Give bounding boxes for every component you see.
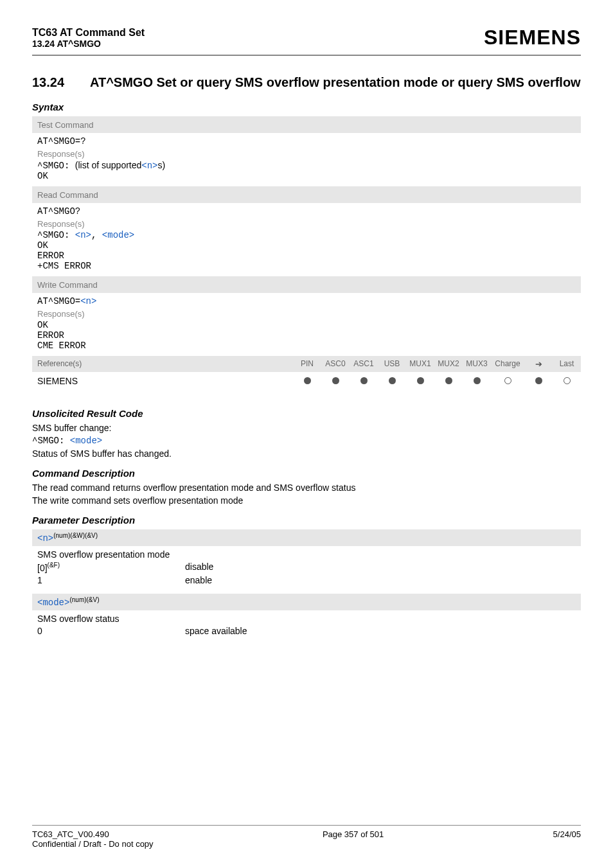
col-airplane: ➔	[524, 356, 553, 372]
param-mode-row1-k: 0	[37, 626, 185, 636]
test-command-block: Test Command AT^SMGO=? Response(s) ^SMGO…	[32, 116, 581, 186]
param-n-body: SMS overflow presentation mode [0](&F) d…	[32, 546, 581, 594]
test-resp-suffix: s)	[158, 160, 166, 170]
read-cms: +CMS ERROR	[37, 261, 576, 271]
read-resp-prefix: ^SMGO:	[37, 230, 75, 240]
dot-icon	[304, 377, 311, 384]
dot-mux3	[463, 372, 491, 390]
dot-open-icon	[504, 377, 511, 384]
page-footer: TC63_ATC_V00.490 Confidential / Draft - …	[32, 825, 581, 849]
param-n-row2-k: 1	[37, 575, 185, 585]
param-n-row2: 1 enable	[37, 575, 576, 585]
param-n-row1-k-val: [0]	[37, 563, 48, 573]
urc-line1: SMS buffer change:	[32, 423, 581, 433]
param-n-sup: (num)(&W)(&V)	[53, 532, 98, 539]
urc-param: <mode>	[70, 436, 102, 446]
cmd-desc-heading: Command Description	[32, 468, 581, 479]
col-pin: PIN	[293, 356, 321, 372]
reference-dots	[293, 372, 581, 390]
col-mux3: MUX3	[463, 356, 491, 372]
col-usb: USB	[378, 356, 406, 372]
write-cmd: AT^SMGO=<n>	[37, 296, 576, 306]
section-heading: 13.24 AT^SMGO Set or query SMS overflow …	[32, 75, 581, 90]
write-command-block: Write Command AT^SMGO=<n> Response(s) OK…	[32, 276, 581, 356]
param-mode-desc: SMS overflow status	[37, 614, 576, 624]
footer-right: 5/24/05	[553, 829, 581, 849]
page-container: TC63 AT Command Set 13.24 AT^SMGO SIEMEN…	[0, 0, 613, 868]
test-ok: OK	[37, 171, 576, 181]
col-mux1: MUX1	[406, 356, 434, 372]
param-n-head: <n>(num)(&W)(&V)	[32, 529, 581, 546]
param-mode-row1: 0 space available	[37, 626, 576, 636]
dot-icon	[417, 377, 424, 384]
write-ok: OK	[37, 320, 576, 330]
test-cmd: AT^SMGO=?	[37, 136, 576, 146]
read-err: ERROR	[37, 251, 576, 261]
write-cmd-prefix: AT^SMGO=	[37, 296, 80, 306]
param-mode-row1-v: space available	[185, 626, 576, 636]
dot-icon	[332, 377, 339, 384]
read-head: Read Command	[32, 187, 581, 203]
header-left: TC63 AT Command Set 13.24 AT^SMGO	[32, 27, 145, 49]
col-mux2: MUX2	[434, 356, 463, 372]
param-mode-sup: (num)(&V)	[69, 596, 99, 603]
test-response: ^SMGO: (list of supported<n>s)	[37, 160, 576, 171]
test-resp-param: <n>	[141, 161, 157, 171]
reference-header-row: Reference(s) PIN ASC0 ASC1 USB MUX1 MUX2…	[32, 356, 581, 372]
col-asc1: ASC1	[350, 356, 378, 372]
dot-icon	[474, 377, 481, 384]
dot-airplane	[524, 372, 553, 390]
dot-icon	[535, 377, 542, 384]
test-resp-text: (list of supported	[75, 160, 142, 170]
col-charge: Charge	[491, 356, 524, 372]
col-last: Last	[553, 356, 581, 372]
syntax-heading: Syntax	[32, 102, 581, 112]
urc-heading: Unsolicited Result Code	[32, 408, 581, 419]
section-number: 13.24	[32, 75, 90, 90]
dot-icon	[389, 377, 396, 384]
read-ok: OK	[37, 240, 576, 251]
param-n-desc: SMS overflow presentation mode	[37, 549, 576, 560]
param-n-row1-sup: (&F)	[48, 562, 60, 569]
dot-mux1	[406, 372, 434, 390]
param-mode-name: <mode>	[37, 598, 69, 608]
dot-icon	[445, 377, 452, 384]
param-desc-heading: Parameter Description	[32, 515, 581, 526]
param-n-row1: [0](&F) disable	[37, 562, 576, 573]
write-head: Write Command	[32, 277, 581, 293]
write-resp-label: Response(s)	[37, 309, 576, 319]
urc-prefix: ^SMGO:	[32, 436, 70, 446]
cmd-desc-l1: The read command returns overflow presen…	[32, 483, 581, 493]
param-mode-head: <mode>(num)(&V)	[32, 594, 581, 610]
doc-title: TC63 AT Command Set	[32, 27, 145, 39]
urc-line2: Status of SMS buffer has changed.	[32, 448, 581, 459]
param-n-row1-k: [0](&F)	[37, 562, 185, 573]
param-n-row1-v: disable	[185, 562, 576, 573]
dot-last	[553, 372, 581, 390]
dot-open-icon	[564, 377, 571, 384]
doc-subtitle: 13.24 AT^SMGO	[32, 39, 145, 49]
write-cmd-param: <n>	[80, 296, 96, 306]
cmd-desc-l2: The write command sets overflow presenta…	[32, 495, 581, 506]
reference-cols: PIN ASC0 ASC1 USB MUX1 MUX2 MUX3 Charge …	[293, 356, 581, 372]
footer-l1: TC63_ATC_V00.490	[32, 829, 154, 839]
dot-charge	[491, 372, 524, 390]
footer-l2: Confidential / Draft - Do not copy	[32, 839, 154, 849]
page-header: TC63 AT Command Set 13.24 AT^SMGO SIEMEN…	[32, 26, 581, 56]
test-resp-prefix: ^SMGO:	[37, 161, 75, 171]
read-p2: <mode>	[102, 230, 134, 240]
read-p1: <n>	[75, 230, 91, 240]
footer-left: TC63_ATC_V00.490 Confidential / Draft - …	[32, 829, 154, 849]
write-err: ERROR	[37, 330, 576, 341]
reference-value-row: SIEMENS	[32, 372, 581, 390]
read-comma: ,	[91, 230, 102, 240]
reference-label: Reference(s)	[32, 356, 293, 372]
read-command-block: Read Command AT^SMGO? Response(s) ^SMGO:…	[32, 186, 581, 276]
read-cmd: AT^SMGO?	[37, 206, 576, 217]
dot-pin	[293, 372, 321, 390]
param-mode-body: SMS overflow status 0 space available	[32, 610, 581, 644]
urc-code: ^SMGO: <mode>	[32, 436, 581, 446]
dot-mux2	[434, 372, 463, 390]
read-resp-label: Response(s)	[37, 219, 576, 229]
siemens-logo: SIEMENS	[484, 26, 581, 49]
